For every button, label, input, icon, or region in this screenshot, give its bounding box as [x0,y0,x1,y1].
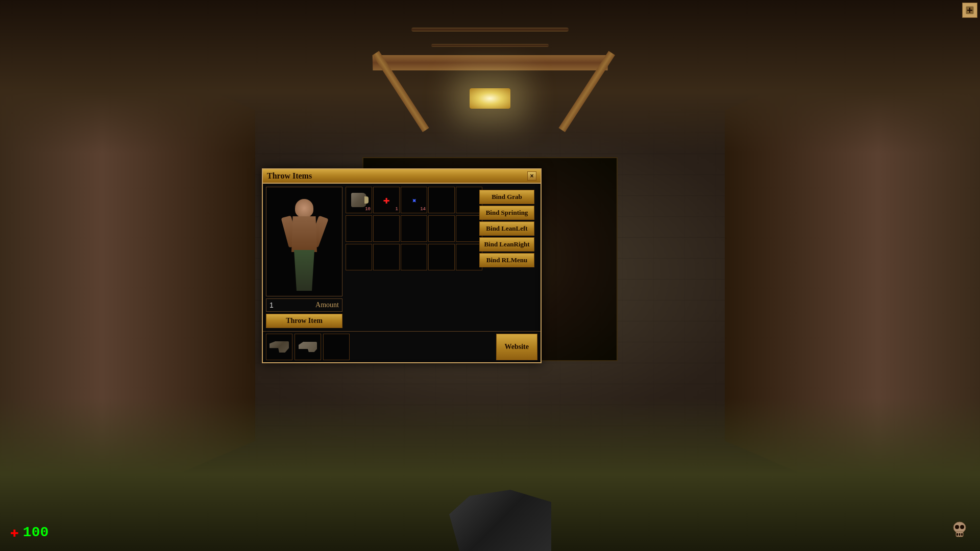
dialog-bottom: Website [263,331,541,362]
bottom-item-cell-1[interactable] [295,334,321,360]
inv-cell-2-2[interactable] [401,244,427,270]
medkit-icon: ✚ [383,193,389,207]
wooden-beam-horizontal [372,55,608,70]
inventory-row-2 [346,215,482,242]
health-value: 100 [23,524,48,540]
inv-cell-2-3[interactable] [428,244,455,270]
inv-cell-2-0[interactable] [346,244,372,270]
inv-cell-1-0[interactable] [346,215,372,242]
throw-items-dialog: Throw Items × Amount Throw Item [262,168,542,363]
side-buttons: Bind Grab Bind Sprinting Bind LeanLeft B… [479,190,534,267]
svg-rect-5 [959,533,961,536]
pipe-1 [411,28,568,32]
inv-cell-2-1[interactable] [373,244,400,270]
dialog-body: Amount Throw Item 10 ✚ [263,184,541,331]
inv-cell-1-3[interactable] [428,215,455,242]
bottom-item-cell-0[interactable] [266,334,292,360]
svg-rect-6 [961,533,963,536]
inv-cell-2-4[interactable] [456,244,482,270]
svg-point-2 [955,525,959,529]
inventory-row-1: 10 ✚ 1 ✦ 14 [346,187,482,213]
pipe-2 [431,44,549,47]
svg-point-3 [960,525,964,529]
health-cross-icon: ✚ [10,523,19,541]
medkit-count: 1 [396,207,398,212]
tool-count: 14 [420,207,426,212]
website-button[interactable]: Website [496,334,537,360]
tool-icon: ✦ [407,193,421,207]
amount-row: Amount [266,298,342,312]
ceiling [0,0,980,153]
character-silhouette [279,194,330,296]
char-head [295,199,313,217]
inv-cell-0-0[interactable]: 10 [346,187,372,213]
inv-cell-1-2[interactable] [401,215,427,242]
hud-skull-icon [949,520,970,541]
amount-input[interactable] [266,299,292,311]
inv-cell-0-3[interactable] [428,187,455,213]
flashlight-count: 10 [365,207,371,212]
weapon-view [388,449,592,551]
svg-rect-4 [957,533,958,536]
dialog-close-button[interactable]: × [527,171,536,181]
hud-health: ✚ 100 [10,523,48,541]
top-right-icon [962,3,977,18]
inventory-row-3 [346,244,482,270]
dialog-titlebar: Throw Items × [263,169,541,184]
inv-cell-1-4[interactable] [456,215,482,242]
amount-label: Amount [292,301,342,309]
right-panel-inner: 10 ✚ 1 ✦ 14 [346,187,537,270]
bottom-item-cell-2[interactable] [323,334,350,360]
character-panel: Amount Throw Item [266,187,342,328]
char-legs [291,250,317,291]
character-preview [266,187,342,296]
inv-cell-1-1[interactable] [373,215,400,242]
weapon-shape [449,490,551,551]
flashlight-icon [351,193,366,207]
light-fixture [470,88,510,109]
inventory-grids: 10 ✚ 1 ✦ 14 [346,187,482,270]
bind-rlmenu-button[interactable]: Bind RLMenu [479,253,534,267]
dialog-title: Throw Items [267,171,312,181]
right-panel: 10 ✚ 1 ✦ 14 [346,187,537,328]
gun-icon-2 [299,342,317,352]
gun-icon-1 [270,341,289,353]
throw-item-button[interactable]: Throw Item [266,314,342,328]
bind-leanright-button[interactable]: Bind LeanRight [479,237,534,252]
bind-sprinting-button[interactable]: Bind Sprinting [479,206,534,220]
inv-cell-0-4[interactable] [456,187,482,213]
bind-leanleft-button[interactable]: Bind LeanLeft [479,221,534,236]
char-torso [291,216,317,252]
bind-grab-button[interactable]: Bind Grab [479,190,534,204]
inv-cell-0-2[interactable]: ✦ 14 [401,187,427,213]
inv-cell-0-1[interactable]: ✚ 1 [373,187,400,213]
